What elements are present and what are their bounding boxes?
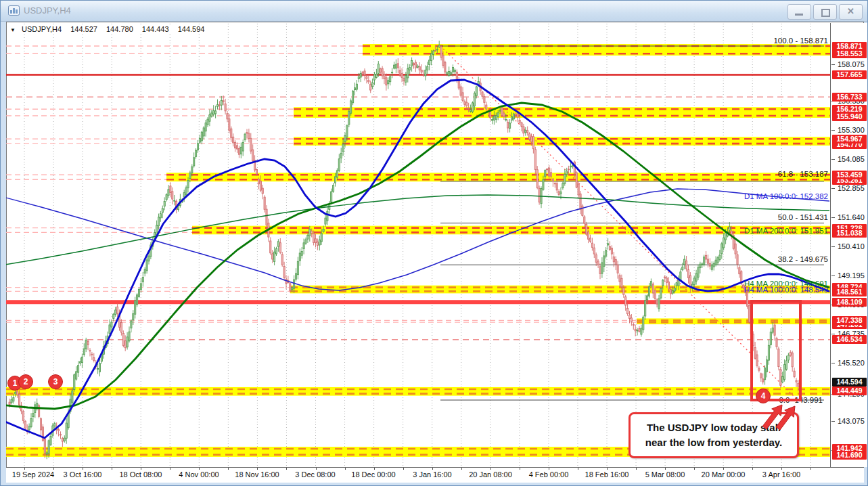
- date-tickmark: [199, 468, 200, 470]
- svg-text:38.2 - 149.675: 38.2 - 149.675: [778, 255, 828, 263]
- date-tickmark: [549, 468, 549, 470]
- date-tickmark: [607, 468, 608, 470]
- svg-text:50.0 - 151.431: 50.0 - 151.431: [778, 213, 828, 221]
- date-tickmark: [24, 468, 25, 470]
- svg-text:1: 1: [13, 378, 18, 388]
- date-tickmark: [461, 468, 462, 470]
- price-tick: 154.085: [838, 155, 865, 163]
- level-price-badge: 158.871: [832, 42, 867, 51]
- date-tickmark: [141, 468, 141, 470]
- price-tick: 155.300: [838, 126, 865, 134]
- svg-text:100.0 - 158.871: 100.0 - 158.871: [773, 37, 828, 45]
- chart-icon: [8, 5, 20, 16]
- date-tickmark: [228, 468, 229, 470]
- candles: [9, 41, 799, 459]
- ma-d1-100: [6, 189, 830, 290]
- price-tick: 145.520: [838, 359, 865, 367]
- symbol-expander-icon[interactable]: ▼: [10, 27, 16, 33]
- svg-text:D1 MA 100:0:0: 152.382: D1 MA 100:0:0: 152.382: [744, 192, 828, 200]
- price-tick: 143.075: [838, 417, 865, 425]
- date-label: 18 Nov 16:00: [235, 470, 279, 479]
- level-price-badge: 144.449: [832, 386, 867, 395]
- date-tickmark: [53, 468, 54, 470]
- date-tickmark: [723, 468, 724, 470]
- date-tickmark: [752, 468, 753, 470]
- date-tickmark: [432, 468, 433, 470]
- date-label: 18 Feb 16:00: [585, 470, 629, 479]
- date-label: 3 Jan 16:00: [413, 470, 452, 479]
- date-label: 3 Apr 16:00: [762, 470, 800, 479]
- date-tickmark: [578, 468, 578, 470]
- window-titlebar[interactable]: USDJPY,H4 ✕: [1, 1, 867, 22]
- annotation-box[interactable]: The USDJPY low today stall near the low …: [629, 412, 799, 458]
- date-label: 3 Oct 16:00: [64, 470, 102, 479]
- close-button[interactable]: ✕: [839, 4, 863, 20]
- annotation-line-2: near the low from yesterday.: [645, 435, 782, 450]
- restore-icon: [821, 9, 830, 17]
- level-price-badge: 151.038: [832, 229, 867, 238]
- date-tickmark: [112, 468, 112, 470]
- date-tickmark: [490, 468, 491, 470]
- level-price-badge: 146.534: [832, 335, 867, 344]
- price-tick: 158.075: [838, 60, 865, 68]
- date-label: 20 Jan 08:00: [469, 470, 512, 479]
- svg-text:D1 MA 200:0:0: 151.951: D1 MA 200:0:0: 151.951: [744, 227, 828, 235]
- price-axis[interactable]: 158.075156.530155.300154.085152.855151.6…: [830, 23, 868, 467]
- minimize-icon: [795, 14, 803, 16]
- date-label: 5 Mar 08:00: [645, 470, 685, 479]
- svg-text:H4 MA 100:0:0: 148.549: H4 MA 100:0:0: 148.549: [744, 286, 828, 294]
- annotation-line-1: The USDJPY low today stall: [647, 420, 781, 435]
- level-price-badge: 154.967: [832, 135, 867, 143]
- date-tickmark: [83, 468, 83, 470]
- plot-labels: 100.0 - 158.87161.8 - 153.18750.0 - 151.…: [744, 37, 828, 404]
- minimize-button[interactable]: [787, 4, 811, 20]
- date-tickmark: [665, 468, 666, 470]
- level-price-badge: 153.459: [832, 171, 867, 179]
- ohlc-open: 144.527: [70, 25, 97, 33]
- price-tick: 150.410: [838, 242, 865, 250]
- current-price-badge: 144.594: [832, 378, 867, 386]
- date-label: 4 Nov 00:00: [179, 470, 219, 479]
- price-tick: 151.640: [838, 213, 865, 221]
- svg-text:4: 4: [761, 391, 766, 401]
- chart-window: USDJPY,H4 ✕ 100.0 - 158.87161.8 - 153.18…: [0, 0, 868, 486]
- date-tickmark: [520, 468, 520, 470]
- svg-text:2: 2: [24, 377, 28, 386]
- level-price-badge: 157.665: [832, 70, 867, 79]
- ohlc-header: ▼ USDJPY,H4 144.527 144.780 144.443 144.…: [10, 25, 215, 33]
- level-price-badge: 156.219: [832, 105, 867, 114]
- highlight-box[interactable]: [752, 301, 800, 400]
- svg-text:61.8 - 153.187: 61.8 - 153.187: [778, 170, 828, 178]
- date-label: 19 Sep 2024: [12, 470, 54, 479]
- svg-text:3: 3: [53, 377, 58, 386]
- date-label: 20 Mar 00:00: [702, 470, 746, 479]
- date-tickmark: [257, 468, 258, 470]
- date-label: 18 Oct 08:00: [120, 470, 162, 479]
- level-price-badge: 156.733: [832, 93, 867, 102]
- date-tickmark: [403, 468, 404, 470]
- date-label: 18 Dec 00:00: [351, 470, 395, 479]
- date-axis[interactable]: 19 Sep 20243 Oct 16:0018 Oct 08:004 Nov …: [6, 467, 864, 483]
- date-label: 4 Feb 00:00: [529, 470, 569, 479]
- ohlc-high: 144.780: [106, 25, 133, 33]
- window-title: USDJPY,H4: [24, 5, 71, 16]
- close-icon: ✕: [840, 6, 862, 16]
- support-resistance-bands: [6, 44, 830, 457]
- date-tickmark: [316, 468, 317, 470]
- chart-canvas[interactable]: 100.0 - 158.87161.8 - 153.18750.0 - 151.…: [6, 23, 830, 467]
- price-tick: 149.195: [838, 271, 865, 280]
- level-price-badge: 148.561: [832, 288, 867, 296]
- ohlc-low: 144.443: [142, 25, 169, 33]
- level-price-badge: 141.690: [832, 451, 867, 460]
- price-tick: 152.855: [838, 184, 865, 192]
- date-label: 3 Dec 08:00: [295, 470, 335, 479]
- ohlc-symbol: USDJPY,H4: [22, 25, 62, 33]
- ohlc-close: 144.594: [178, 25, 205, 33]
- date-tickmark: [286, 468, 287, 470]
- restore-button[interactable]: [813, 4, 837, 20]
- level-price-badge: 148.109: [832, 298, 867, 307]
- date-tickmark: [694, 468, 695, 470]
- date-tickmark: [810, 468, 811, 470]
- window-buttons: ✕: [785, 4, 863, 20]
- date-tickmark: [781, 468, 782, 470]
